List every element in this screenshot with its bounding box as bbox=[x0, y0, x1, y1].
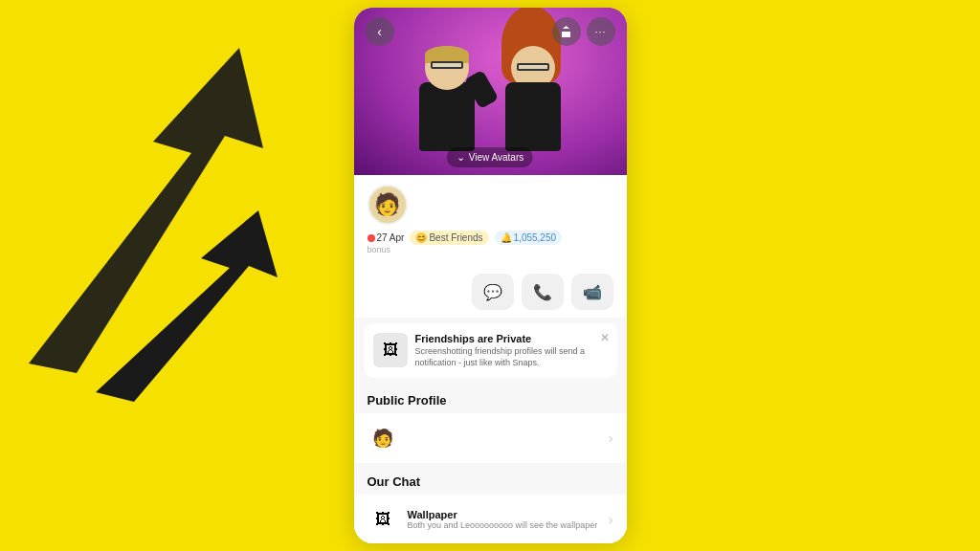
bonus-label: bonus bbox=[368, 245, 613, 254]
wallpaper-text: Wallpaper Both you and Leooooooooo will … bbox=[408, 509, 599, 532]
public-profile-header: Public Profile bbox=[354, 384, 627, 411]
chat-button[interactable]: 💬 bbox=[472, 274, 514, 310]
date-dot bbox=[368, 234, 375, 242]
privacy-icon: 🖼 bbox=[373, 333, 408, 367]
nav-right-group: ··· bbox=[552, 17, 615, 46]
video-button[interactable]: 📹 bbox=[571, 274, 613, 310]
privacy-text: Friendships are Private Screenshotting f… bbox=[415, 333, 608, 368]
svg-marker-0 bbox=[96, 210, 278, 402]
privacy-desc: Screenshotting friendship profiles will … bbox=[415, 346, 608, 368]
profile-row: 🧑 27 Apr 😊 Best Friends 🔔 1,055,250 bbox=[354, 175, 627, 266]
best-friends-badge: 😊 Best Friends bbox=[410, 231, 488, 245]
our-chat-section: Our Chat 🖼 Wallpaper Both you and Leoooo… bbox=[354, 465, 627, 543]
action-buttons-row: 💬 📞 📹 bbox=[354, 266, 627, 318]
public-profile-chevron: › bbox=[609, 430, 613, 446]
svg-marker-1 bbox=[29, 48, 263, 373]
wallpaper-chevron: › bbox=[609, 512, 613, 527]
privacy-notice: 🖼 Friendships are Private Screenshotting… bbox=[364, 323, 617, 378]
profile-badges: 27 Apr 😊 Best Friends 🔔 1,055,250 bbox=[368, 231, 613, 245]
date-badge: 27 Apr bbox=[368, 232, 405, 243]
wallpaper-title: Wallpaper bbox=[408, 509, 599, 520]
public-profile-avatar-icon: 🧑 bbox=[368, 423, 398, 453]
back-button[interactable]: ‹ bbox=[366, 17, 394, 46]
our-chat-header: Our Chat bbox=[354, 465, 627, 493]
privacy-close-button[interactable]: ✕ bbox=[600, 331, 610, 344]
banner-nav: ‹ ··· bbox=[354, 17, 627, 46]
wallpaper-item[interactable]: 🖼 Wallpaper Both you and Leooooooooo wil… bbox=[354, 495, 627, 543]
profile-avatar-row: 🧑 bbox=[368, 185, 613, 225]
profile-avatar: 🧑 bbox=[368, 185, 408, 225]
public-profile-item[interactable]: 🧑 › bbox=[354, 413, 627, 463]
avatar-banner: ‹ ··· bbox=[354, 8, 627, 175]
wallpaper-icon: 🖼 bbox=[368, 504, 398, 535]
call-button[interactable]: 📞 bbox=[522, 274, 564, 310]
phone-frame: ‹ ··· bbox=[354, 8, 627, 543]
score-badge: 🔔 1,055,250 bbox=[495, 231, 563, 245]
view-avatars-button[interactable]: View Avatars bbox=[447, 147, 533, 167]
arrow-annotation bbox=[0, 0, 354, 383]
share-button[interactable] bbox=[552, 17, 581, 46]
more-button[interactable]: ··· bbox=[587, 17, 615, 46]
privacy-title: Friendships are Private bbox=[415, 333, 608, 344]
content-area[interactable]: 🧑 27 Apr 😊 Best Friends 🔔 1,055,250 bbox=[354, 175, 627, 543]
wallpaper-subtitle: Both you and Leooooooooo will see the wa… bbox=[408, 520, 599, 532]
